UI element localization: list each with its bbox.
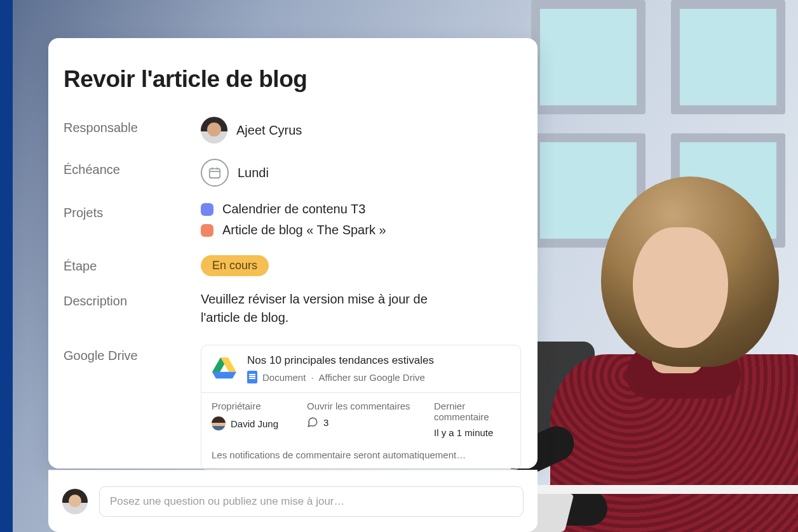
decorative-strip — [0, 0, 13, 532]
field-projects: Projets Calendrier de contenu T3 Article… — [64, 202, 515, 244]
label-assignee: Responsable — [64, 117, 201, 135]
comment-input[interactable] — [110, 495, 513, 508]
project-name: Article de blog « The Spark » — [222, 223, 386, 237]
assignee-avatar — [201, 117, 227, 143]
description-text[interactable]: Veuillez réviser la version mise à jour … — [201, 290, 455, 327]
field-stage: Étape En cours — [64, 255, 515, 276]
label-due-date: Échéance — [64, 159, 201, 177]
gdrive-open-comments-label: Ouvrir les commentaires — [307, 401, 421, 411]
label-stage: Étape — [64, 255, 201, 274]
gdrive-owner-label: Propriétaire — [212, 401, 294, 411]
google-drive-icon — [210, 354, 238, 382]
gdrive-owner-name: David Jung — [231, 418, 278, 429]
comment-composer-bar — [48, 470, 538, 532]
label-google-drive: Google Drive — [64, 345, 201, 363]
field-google-drive: Google Drive No — [64, 345, 515, 470]
label-projects: Projets — [64, 202, 201, 220]
project-color-swatch — [201, 203, 213, 216]
gdrive-file-type: Document — [262, 372, 306, 383]
project-name: Calendrier de contenu T3 — [222, 202, 365, 216]
stage-pill[interactable]: En cours — [201, 255, 269, 276]
due-date-text: Lundi — [238, 166, 269, 180]
gdrive-attachment-card[interactable]: Nos 10 principales tendances estivales D… — [201, 345, 521, 470]
label-description: Description — [64, 290, 201, 309]
assignee-name: Ajeet Cyrus — [236, 123, 302, 138]
assignee-value[interactable]: Ajeet Cyrus — [201, 117, 515, 143]
gdrive-footer-note: Les notifications de commentaire seront … — [201, 444, 520, 469]
owner-avatar — [212, 416, 226, 430]
field-assignee: Responsable Ajeet Cyrus — [64, 117, 515, 143]
svg-rect-0 — [210, 169, 220, 178]
gdrive-file-title: Nos 10 principales tendances estivales — [247, 354, 434, 367]
field-description: Description Veuillez réviser la version … — [64, 290, 515, 327]
gdrive-open-link[interactable]: Afficher sur Google Drive — [319, 372, 425, 383]
project-color-swatch — [201, 224, 213, 237]
project-chip-0[interactable]: Calendrier de contenu T3 — [201, 202, 515, 216]
comment-icon — [307, 416, 318, 428]
gdrive-last-comment-label: Dernier commentaire — [434, 401, 510, 422]
comment-input-wrapper[interactable] — [99, 486, 524, 517]
gdrive-comments-count: 3 — [323, 417, 328, 428]
task-detail-pane: Revoir l'article de blog Responsable Aje… — [48, 38, 538, 469]
gdrive-last-comment-value: Il y a 1 minute — [434, 427, 493, 438]
due-date-value[interactable]: Lundi — [201, 159, 515, 187]
current-user-avatar — [62, 489, 88, 514]
background-scene: Revoir l'article de blog Responsable Aje… — [0, 0, 798, 532]
task-title[interactable]: Revoir l'article de blog — [64, 66, 515, 93]
decorative-person-photo — [499, 126, 798, 532]
field-due-date: Échéance Lundi — [64, 159, 515, 187]
calendar-icon — [201, 159, 229, 187]
google-doc-icon — [247, 371, 257, 383]
project-chip-1[interactable]: Article de blog « The Spark » — [201, 223, 515, 237]
